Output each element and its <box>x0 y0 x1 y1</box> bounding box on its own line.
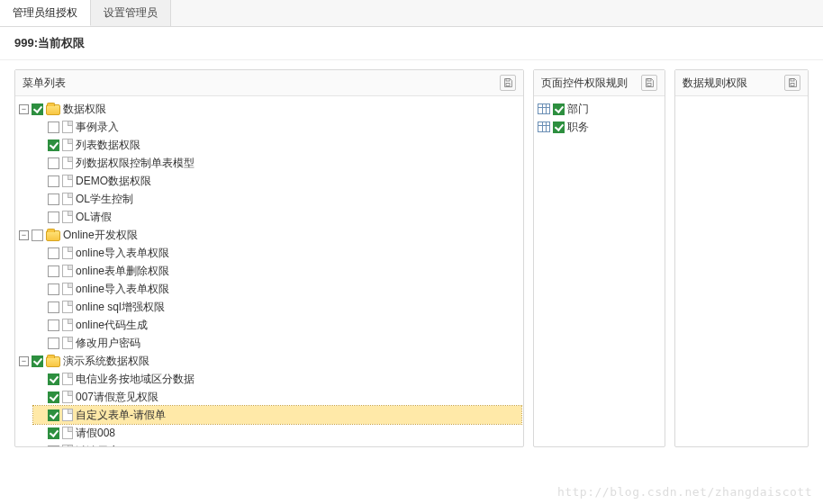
tree-label: 修改用户密码 <box>76 335 140 351</box>
tree-row[interactable]: 电信业务按地域区分数据 <box>33 370 521 388</box>
checkbox[interactable] <box>32 104 43 115</box>
tab-set-admin[interactable]: 设置管理员 <box>91 0 171 26</box>
tree-node: −演示系统数据权限电信业务按地域区分数据007请假意见权限自定义表单-请假单请假… <box>17 352 521 446</box>
checkbox[interactable] <box>48 194 59 205</box>
tree-row[interactable]: 007请假意见权限 <box>33 388 521 406</box>
save-button[interactable] <box>784 75 800 91</box>
tab-bar: 管理员组授权 设置管理员 <box>0 0 823 27</box>
rule-label: 职务 <box>567 119 589 135</box>
tree-node: online导入表单权限 <box>33 280 521 298</box>
tree-label: 演示系统数据权限 <box>63 353 149 369</box>
tree-row[interactable]: online表单删除权限 <box>33 262 521 280</box>
tree-node: online导入表单权限 <box>33 244 521 262</box>
checkbox[interactable] <box>48 176 59 187</box>
save-button[interactable] <box>641 75 657 91</box>
checkbox[interactable] <box>48 410 59 421</box>
file-icon <box>62 409 73 421</box>
checkbox[interactable] <box>553 122 565 133</box>
tree-label: Online开发权限 <box>63 227 138 243</box>
toggle-spacer <box>35 446 45 447</box>
toggle-spacer <box>35 158 45 168</box>
file-icon <box>62 427 73 439</box>
panel-header: 数据规则权限 <box>675 70 808 96</box>
folder-icon <box>46 230 60 241</box>
rule-row[interactable]: 职务 <box>536 118 663 136</box>
tree-row[interactable]: online导入表单权限 <box>33 280 521 298</box>
tree-row[interactable]: −Online开发权限 <box>17 226 521 244</box>
tree-row[interactable]: 修改用户密码 <box>33 334 521 352</box>
file-icon <box>62 391 73 403</box>
checkbox[interactable] <box>48 428 59 439</box>
checkbox[interactable] <box>48 302 59 313</box>
checkbox[interactable] <box>48 338 59 349</box>
rule-row[interactable]: 部门 <box>536 100 663 118</box>
tree-label: 过滤用户 <box>76 443 119 446</box>
tree-row[interactable]: OL学生控制 <box>33 190 521 208</box>
panel-title: 页面控件权限规则 <box>541 76 628 91</box>
checkbox[interactable] <box>48 320 59 331</box>
checkbox[interactable] <box>48 212 59 223</box>
tree-row[interactable]: 事例录入 <box>33 118 521 136</box>
tree-row[interactable]: 列数据权限控制单表模型 <box>33 154 521 172</box>
checkbox[interactable] <box>48 284 59 295</box>
tree-row[interactable]: online代码生成 <box>33 316 521 334</box>
save-icon <box>644 77 655 88</box>
save-button[interactable] <box>500 75 516 91</box>
tree-node: 列数据权限控制单表模型 <box>33 154 521 172</box>
checkbox[interactable] <box>48 140 59 151</box>
tree-label: DEMO数据权限 <box>76 173 151 189</box>
checkbox[interactable] <box>32 356 43 367</box>
tab-admin-group-auth[interactable]: 管理员组授权 <box>0 0 91 26</box>
checkbox[interactable] <box>48 266 59 277</box>
tree-row[interactable]: 列表数据权限 <box>33 136 521 154</box>
svg-rect-3 <box>647 84 651 86</box>
checkbox[interactable] <box>32 230 43 241</box>
tree-node: 过滤用户 <box>33 442 521 446</box>
tree-row[interactable]: OL请假 <box>33 208 521 226</box>
tree-row[interactable]: online导入表单权限 <box>33 244 521 262</box>
panel-body[interactable]: 部门职务 <box>534 96 665 446</box>
file-icon <box>62 121 73 133</box>
checkbox[interactable] <box>48 158 59 169</box>
checkbox[interactable] <box>48 392 59 403</box>
file-icon <box>62 139 73 151</box>
tree-label: 电信业务按地域区分数据 <box>76 371 194 387</box>
file-icon <box>62 445 73 446</box>
tree-row[interactable]: 自定义表单-请假单 <box>33 406 521 424</box>
tree-row[interactable]: DEMO数据权限 <box>33 172 521 190</box>
checkbox[interactable] <box>48 374 59 385</box>
toggle-spacer <box>35 374 45 384</box>
save-icon <box>787 77 798 88</box>
tree-row[interactable]: 请假008 <box>33 424 521 442</box>
expand-toggle[interactable]: − <box>19 230 29 240</box>
tree-row[interactable]: −数据权限 <box>17 100 521 118</box>
expand-toggle[interactable]: − <box>19 356 29 366</box>
panel-body[interactable] <box>675 96 808 446</box>
checkbox[interactable] <box>48 446 59 447</box>
panel-title: 数据规则权限 <box>683 76 747 91</box>
panel-body[interactable]: −数据权限事例录入列表数据权限列数据权限控制单表模型DEMO数据权限OL学生控制… <box>15 96 523 446</box>
tree-row[interactable]: 过滤用户 <box>33 442 521 446</box>
file-icon <box>62 157 73 169</box>
file-icon <box>62 265 73 277</box>
tree-row[interactable]: −演示系统数据权限 <box>17 352 521 370</box>
checkbox[interactable] <box>48 122 59 133</box>
toggle-spacer <box>35 410 45 420</box>
panel-page-rules: 页面控件权限规则 部门职务 <box>533 69 665 447</box>
expand-toggle[interactable]: − <box>19 104 29 114</box>
tree-node: 电信业务按地域区分数据 <box>33 370 521 388</box>
page-subtitle: 999:当前权限 <box>0 27 823 60</box>
checkbox[interactable] <box>553 104 565 115</box>
tree-row[interactable]: online sql增强权限 <box>33 298 521 316</box>
toggle-spacer <box>35 140 45 150</box>
tree-label: 数据权限 <box>63 101 106 117</box>
grid-icon <box>538 122 550 132</box>
tree-label: 007请假意见权限 <box>76 389 158 405</box>
tree-label: online表单删除权限 <box>76 263 169 279</box>
tree-node: 修改用户密码 <box>33 334 521 352</box>
file-icon <box>62 319 73 331</box>
tree-node: online sql增强权限 <box>33 298 521 316</box>
tree-label: 请假008 <box>76 425 115 441</box>
checkbox[interactable] <box>48 248 59 259</box>
save-icon <box>502 77 513 88</box>
